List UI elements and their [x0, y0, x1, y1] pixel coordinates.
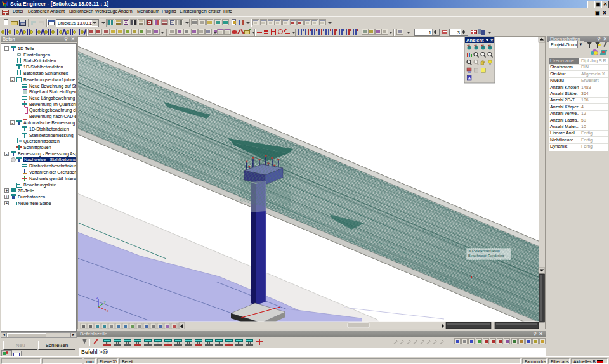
svg-text:Bewehrung: Rendering: Bewehrung: Rendering — [468, 254, 504, 257]
svg-text:Ansicht: Ansicht — [466, 37, 484, 43]
svg-text:3D-Stabkonstruktion: 3D-Stabkonstruktion — [468, 249, 500, 253]
svg-text:×: × — [490, 37, 494, 43]
